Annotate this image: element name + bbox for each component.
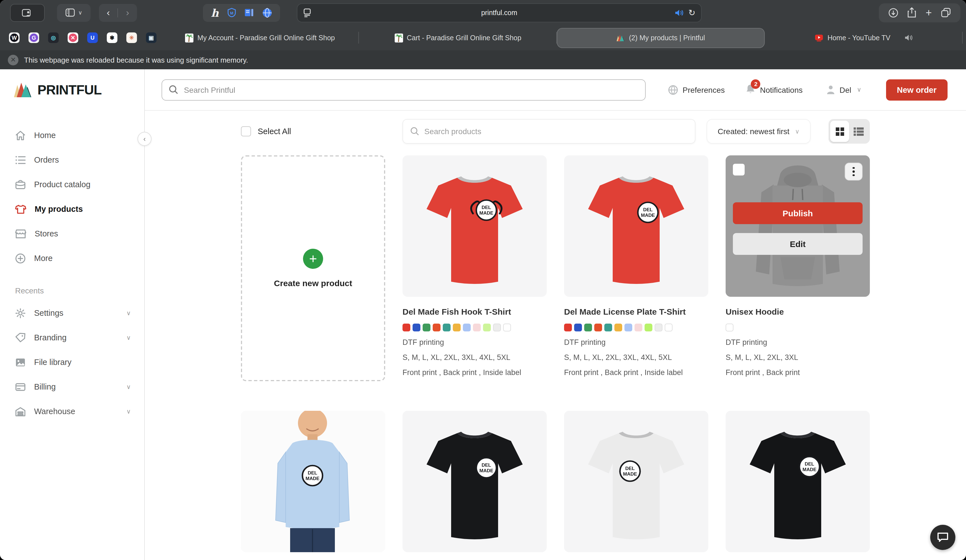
product-checkbox[interactable] bbox=[733, 164, 744, 176]
more-icon bbox=[15, 253, 26, 263]
product-card[interactable]: DELMADEDel Made Camo Logo T-Shirt bbox=[726, 411, 870, 560]
pinned-tab[interactable]: ✕ bbox=[63, 28, 83, 48]
pinned-tab[interactable]: ✾ bbox=[102, 28, 122, 48]
kebab-menu-button[interactable] bbox=[845, 163, 863, 181]
sidebar-item-more[interactable]: More bbox=[0, 246, 144, 271]
product-card[interactable]: DELMADEDel Made License Plate T-ShirtDTF… bbox=[564, 155, 708, 381]
product-image[interactable]: DELMADE bbox=[564, 155, 708, 297]
printful-logo-text: PRINTFUL bbox=[38, 82, 102, 98]
pinned-tab[interactable]: U bbox=[83, 28, 102, 48]
product-image[interactable]: DELMADE bbox=[564, 411, 708, 552]
product-image[interactable]: DELMADE bbox=[402, 155, 547, 297]
audio-icon[interactable] bbox=[675, 9, 684, 16]
product-image[interactable]: PublishEdit bbox=[726, 155, 870, 297]
new-tab-icon[interactable]: + bbox=[925, 7, 932, 19]
edit-button[interactable]: Edit bbox=[733, 233, 863, 255]
sidebar-item-label: File library bbox=[34, 358, 72, 367]
svg-text:MADE: MADE bbox=[802, 467, 816, 472]
sidebar-item-orders[interactable]: Orders bbox=[0, 148, 144, 172]
printful-logo-icon bbox=[14, 83, 33, 97]
color-swatch bbox=[422, 324, 430, 332]
tab[interactable]: (2) My products | Printful bbox=[557, 28, 765, 48]
product-card[interactable]: DELMADEMen’s Long Sleeve Shirt bbox=[241, 411, 385, 560]
product-card[interactable]: DELMADEDel Made Tie Dye T-Shirt bbox=[564, 411, 708, 560]
color-swatch bbox=[584, 324, 592, 332]
grid-view-button[interactable] bbox=[830, 121, 849, 142]
preferences-link[interactable]: Preferences bbox=[668, 85, 725, 95]
sidebar-item-label: More bbox=[34, 254, 53, 263]
product-card[interactable]: DELMADEDel Made Classic T-Shirt bbox=[402, 411, 547, 560]
svg-text:DEL: DEL bbox=[481, 463, 491, 468]
browser-window: ∨ ‹ › h M printful.com ↻ bbox=[0, 0, 966, 560]
user-menu[interactable]: Del ∨ bbox=[826, 85, 861, 94]
store-icon bbox=[15, 229, 26, 238]
product-placements: Front print , Back print , Inside label bbox=[402, 368, 547, 377]
sidebar-item-branding[interactable]: Branding∨ bbox=[0, 325, 144, 350]
list-view-button[interactable] bbox=[849, 121, 868, 142]
notifications-link[interactable]: 2 Notifications bbox=[746, 84, 803, 96]
product-search[interactable] bbox=[402, 119, 695, 144]
tab[interactable]: Home - YouTube TV bbox=[765, 25, 963, 50]
pinned-tab[interactable]: G bbox=[24, 28, 44, 48]
sort-dropdown[interactable]: Created: newest first ∨ bbox=[706, 119, 811, 144]
select-all[interactable]: Select All bbox=[241, 126, 402, 136]
shield-extension-icon[interactable]: M bbox=[227, 8, 236, 17]
pinned-tab[interactable]: ✳ bbox=[122, 28, 141, 48]
pinned-tab[interactable]: ◎ bbox=[44, 28, 63, 48]
global-search[interactable] bbox=[161, 79, 646, 100]
svg-text:DEL: DEL bbox=[625, 466, 635, 471]
banner-close-icon[interactable]: ✕ bbox=[8, 54, 18, 65]
color-swatch bbox=[634, 324, 642, 332]
color-swatch bbox=[604, 324, 612, 332]
product-grid: +Create new productDELMADEDel Made Fish … bbox=[241, 155, 966, 560]
color-swatch bbox=[574, 324, 582, 332]
sidebar-collapse-button[interactable]: ‹ bbox=[138, 132, 151, 146]
sidebar-item-file-library[interactable]: File library bbox=[0, 350, 144, 374]
url-bar[interactable]: printful.com ↻ bbox=[297, 3, 702, 22]
panels-extension-icon[interactable] bbox=[244, 8, 254, 17]
tab-audio-icon[interactable] bbox=[905, 34, 913, 41]
home-icon bbox=[15, 130, 26, 141]
sidebar-item-settings[interactable]: Settings∨ bbox=[0, 301, 144, 325]
pinned-tab[interactable]: W bbox=[5, 28, 24, 48]
tab-overview-icon[interactable] bbox=[941, 8, 951, 17]
tab[interactable]: Cart - Paradise Grill Online Gift Shop bbox=[359, 25, 557, 50]
product-title: Del Made License Plate T-Shirt bbox=[564, 307, 708, 316]
color-swatch bbox=[726, 324, 733, 332]
profile-button[interactable] bbox=[10, 3, 45, 21]
product-card[interactable]: PublishEditUnisex HoodieDTF printingS, M… bbox=[726, 155, 870, 381]
share-icon[interactable] bbox=[907, 7, 916, 18]
sidebar-item-warehouse[interactable]: Warehouse∨ bbox=[0, 399, 144, 424]
sidebar-toggle-button[interactable]: ∨ bbox=[57, 3, 90, 21]
product-card[interactable]: DELMADEDel Made Fish Hook T-ShirtDTF pri… bbox=[402, 155, 547, 381]
sidebar-item-stores[interactable]: Stores bbox=[0, 221, 144, 246]
publish-button[interactable]: Publish bbox=[733, 202, 863, 224]
chat-button[interactable] bbox=[930, 525, 955, 550]
color-swatch bbox=[564, 324, 572, 332]
sidebar-item-product-catalog[interactable]: Product catalog bbox=[0, 172, 144, 197]
printful-logo[interactable]: PRINTFUL bbox=[0, 69, 144, 111]
product-technique: DTF printing bbox=[726, 338, 870, 347]
globe-extension-icon[interactable] bbox=[262, 8, 272, 18]
sidebar-item-label: Branding bbox=[34, 333, 67, 342]
downloads-icon[interactable] bbox=[888, 8, 898, 18]
create-product-card[interactable]: +Create new product bbox=[241, 155, 385, 381]
sidebar-item-billing[interactable]: Billing∨ bbox=[0, 374, 144, 399]
global-search-input[interactable] bbox=[184, 85, 613, 94]
forward-button[interactable]: › bbox=[126, 7, 129, 18]
product-image[interactable]: DELMADE bbox=[241, 411, 385, 552]
sidebar-item-label: Stores bbox=[34, 229, 58, 238]
sidebar-item-my-products[interactable]: My products bbox=[0, 197, 144, 221]
list-view-icon bbox=[854, 127, 864, 136]
select-all-checkbox[interactable] bbox=[241, 126, 251, 136]
product-image[interactable]: DELMADE bbox=[726, 411, 870, 552]
sidebar-item-home[interactable]: Home bbox=[0, 123, 144, 148]
product-image[interactable]: DELMADE bbox=[402, 411, 547, 552]
pinned-tab[interactable]: ▣ bbox=[141, 28, 161, 48]
honey-extension-icon[interactable]: h bbox=[211, 7, 219, 19]
back-button[interactable]: ‹ bbox=[107, 7, 110, 18]
tab[interactable]: My Account - Paradise Grill Online Gift … bbox=[161, 25, 359, 50]
product-search-input[interactable] bbox=[424, 127, 666, 136]
new-order-button[interactable]: New order bbox=[886, 79, 948, 100]
reload-icon[interactable]: ↻ bbox=[688, 8, 695, 18]
